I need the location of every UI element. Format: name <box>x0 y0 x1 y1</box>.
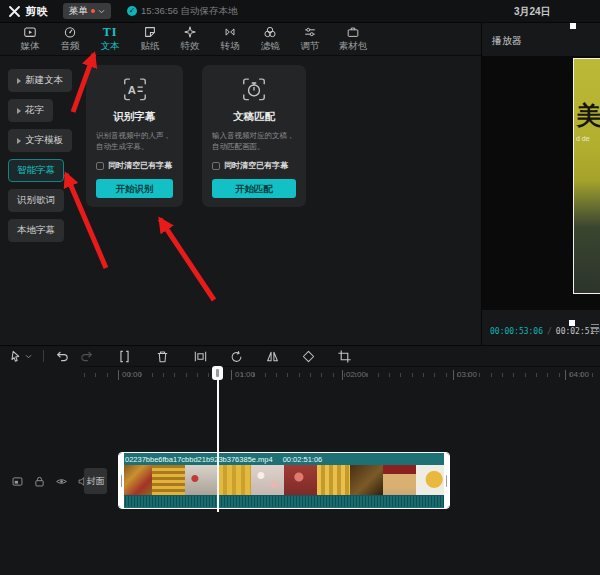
undo-button[interactable] <box>55 349 70 364</box>
sidebar-item-text-template[interactable]: 文字模板 <box>8 129 72 152</box>
redo-button[interactable] <box>79 349 94 364</box>
recognize-subtitle-card: A 识别字幕 识别音视频中的人声，自动生成字幕。 同时清空已有字幕 开始识别 <box>86 65 183 207</box>
mirror-icon <box>265 349 280 364</box>
player-options-icon[interactable] <box>591 324 599 335</box>
player-title: 播放器 <box>492 34 522 48</box>
select-tool-button[interactable] <box>8 349 32 364</box>
cover-button[interactable]: 封面 <box>84 468 107 494</box>
rotate-icon <box>301 349 316 364</box>
track-toggle-icon <box>11 475 24 488</box>
resource-panel: 媒体 音频 TI 文本 贴纸 特效 转场 <box>0 23 481 345</box>
clip-duration: 00:02:51:06 <box>283 455 323 464</box>
selection-handle-top[interactable] <box>570 23 576 29</box>
clear-existing-subtitle-checkbox[interactable]: 同时清空已有字幕 <box>96 160 172 171</box>
playhead-handle[interactable] <box>212 366 223 380</box>
audio-icon <box>63 25 77 39</box>
video-preview[interactable]: 美 d de <box>573 58 600 294</box>
card-description: 识别音视频中的人声，自动生成字幕。 <box>96 130 173 153</box>
date-label: 3月24日 <box>514 5 551 19</box>
script-match-card: 文稿匹配 输入音视频对应的文稿，自动匹配画面。 同时清空已有字幕 开始匹配 <box>202 65 306 207</box>
clip-thumbnails <box>119 465 449 495</box>
tab-transition[interactable]: 转场 <box>210 25 250 53</box>
start-recognition-button[interactable]: 开始识别 <box>96 179 173 198</box>
preview-sign-text: 美 <box>575 99 600 132</box>
menu-button[interactable]: 菜单 <box>63 3 111 19</box>
script-match-icon <box>239 75 269 104</box>
effects-icon <box>183 25 197 39</box>
ruler-minor-ticks <box>80 373 600 377</box>
app-title: 剪映 <box>25 4 49 19</box>
tab-audio[interactable]: 音频 <box>50 25 90 53</box>
timeline-ruler[interactable]: 00:00 01:00 02:00 03:00 04:00 <box>80 366 600 382</box>
svg-text:A: A <box>127 84 135 96</box>
toolbar-divider <box>43 350 44 362</box>
eye-icon <box>55 475 68 488</box>
top-bar: 剪映 菜单 ✓ 15:36:56 自动保存本地 3月24日 <box>0 0 600 22</box>
tab-asset-package[interactable]: 素材包 <box>330 25 376 53</box>
lock-track-button[interactable] <box>32 474 47 489</box>
player-timecode: 00:00:53:06 / 00:02:51:06 <box>490 327 600 336</box>
reverse-button[interactable] <box>229 349 244 364</box>
timeline-panel: 00:00 01:00 02:00 03:00 04:00 封面 02237bb… <box>0 346 600 575</box>
tab-text[interactable]: TI 文本 <box>90 25 130 53</box>
transition-icon <box>223 25 237 39</box>
filter-icon <box>263 25 277 39</box>
ruler-label: 02:00 <box>342 370 366 380</box>
crop-button[interactable] <box>337 349 352 364</box>
clip-filename: 02237bbe6fba17cbbd21b923b376385e.mp4 <box>125 455 273 464</box>
media-icon <box>23 25 37 39</box>
sidebar-item-fancy-text[interactable]: 花字 <box>8 99 53 122</box>
capcut-window: 剪映 菜单 ✓ 15:36:56 自动保存本地 3月24日 媒体 音频 TI <box>0 0 600 575</box>
sidebar-item-new-text[interactable]: 新建文本 <box>8 69 72 92</box>
tab-filter[interactable]: 滤镜 <box>250 25 290 53</box>
sticker-icon <box>143 25 157 39</box>
clip-trim-handle-right[interactable] <box>444 453 449 508</box>
track-toggle-button[interactable] <box>10 474 25 489</box>
hide-track-button[interactable] <box>54 474 69 489</box>
sidebar-item-recognize-lyrics[interactable]: 识别歌词 <box>8 189 64 212</box>
player-stage: 美 d de <box>482 56 600 310</box>
tab-adjust[interactable]: 调节 <box>290 25 330 53</box>
tab-media[interactable]: 媒体 <box>10 25 50 53</box>
preview-sub-text: d de <box>576 135 590 142</box>
sidebar-item-local-subtitle[interactable]: 本地字幕 <box>8 219 64 242</box>
clip-trim-handle-left[interactable] <box>119 453 124 508</box>
tab-effects[interactable]: 特效 <box>170 25 210 53</box>
freeze-frame-button[interactable] <box>193 349 208 364</box>
delete-icon <box>155 349 170 364</box>
checkbox-icon <box>212 162 220 170</box>
ruler-label: 04:00 <box>565 370 589 380</box>
player-panel: 播放器 美 d de 00:00:53:06 / 00:02:51:06 <box>482 23 600 345</box>
expand-triangle-icon <box>17 108 21 114</box>
adjust-icon <box>303 25 317 39</box>
sidebar-item-smart-subtitle[interactable]: 智能字幕 <box>8 159 64 182</box>
split-button[interactable] <box>117 349 132 364</box>
split-icon <box>117 349 132 364</box>
menu-label: 菜单 <box>69 5 88 18</box>
app-logo: 剪映 <box>8 4 49 19</box>
clear-existing-subtitle-checkbox[interactable]: 同时清空已有字幕 <box>212 160 288 171</box>
menu-notification-dot <box>91 9 95 13</box>
video-clip[interactable]: 02237bbe6fba17cbbd21b923b376385e.mp4 00:… <box>118 452 450 509</box>
delete-button[interactable] <box>155 349 170 364</box>
expand-triangle-icon <box>17 78 21 84</box>
checkbox-icon <box>96 162 104 170</box>
mirror-button[interactable] <box>265 349 280 364</box>
card-title: 文稿匹配 <box>233 110 275 124</box>
text-sidebar: 新建文本 花字 文字模板 智能字幕 识别歌词 本地字幕 <box>0 57 88 345</box>
text-icon: TI <box>103 25 118 39</box>
autosave-status: ✓ 15:36:56 自动保存本地 <box>127 5 238 18</box>
video-frame <box>574 59 600 293</box>
tab-sticker[interactable]: 贴纸 <box>130 25 170 53</box>
rotate-button[interactable] <box>301 349 316 364</box>
chevron-down-icon <box>25 354 32 359</box>
autosave-text: 15:36:56 自动保存本地 <box>141 5 238 18</box>
timeline-toolbar <box>0 346 600 366</box>
current-time: 00:00:53:06 <box>490 327 543 336</box>
card-description: 输入音视频对应的文稿，自动匹配画面。 <box>212 130 296 153</box>
clip-header: 02237bbe6fba17cbbd21b923b376385e.mp4 00:… <box>119 453 449 465</box>
start-match-button[interactable]: 开始匹配 <box>212 179 296 198</box>
lock-icon <box>33 475 46 488</box>
undo-icon <box>55 349 70 364</box>
selection-handle-bottom[interactable] <box>569 320 575 326</box>
